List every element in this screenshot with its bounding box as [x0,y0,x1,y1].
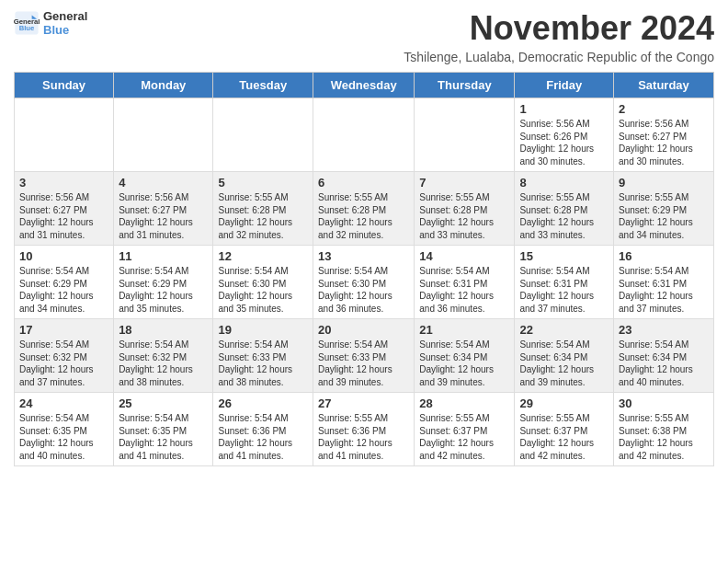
page-container: General Blue General Blue November 2024 … [0,0,728,476]
day-number: 19 [218,323,308,337]
calendar-cell [114,98,213,172]
day-info: Sunrise: 5:54 AM Sunset: 6:34 PM Dayligh… [619,339,709,388]
header-row: General Blue General Blue November 2024 … [14,9,714,64]
day-number: 25 [119,396,208,410]
day-number: 5 [218,176,308,190]
day-info: Sunrise: 5:54 AM Sunset: 6:30 PM Dayligh… [318,265,409,315]
calendar-cell: 7Sunrise: 5:55 AM Sunset: 6:28 PM Daylig… [415,172,515,246]
col-monday: Monday [114,73,213,98]
day-info: Sunrise: 5:54 AM Sunset: 6:35 PM Dayligh… [119,412,208,462]
col-friday: Friday [515,73,614,98]
title-block: November 2024 Tshilenge, Lualaba, Democr… [404,9,714,64]
calendar-week-2: 3Sunrise: 5:56 AM Sunset: 6:27 PM Daylig… [15,172,714,246]
day-number: 14 [419,249,509,263]
calendar-cell: 14Sunrise: 5:54 AM Sunset: 6:31 PM Dayli… [415,246,515,319]
day-number: 3 [19,176,108,190]
col-wednesday: Wednesday [313,73,415,98]
day-number: 16 [619,249,709,263]
day-info: Sunrise: 5:55 AM Sunset: 6:29 PM Dayligh… [619,191,709,241]
calendar-cell: 26Sunrise: 5:54 AM Sunset: 6:36 PM Dayli… [213,393,313,466]
day-number: 26 [218,396,308,410]
day-info: Sunrise: 5:54 AM Sunset: 6:36 PM Dayligh… [218,412,308,462]
calendar-cell: 27Sunrise: 5:55 AM Sunset: 6:36 PM Dayli… [313,393,415,466]
day-info: Sunrise: 5:54 AM Sunset: 6:33 PM Dayligh… [218,339,308,388]
calendar-cell [313,98,415,172]
month-title: November 2024 [404,9,714,48]
logo-icon: General Blue [14,10,40,36]
calendar-cell: 20Sunrise: 5:54 AM Sunset: 6:33 PM Dayli… [313,319,415,393]
calendar-cell: 4Sunrise: 5:56 AM Sunset: 6:27 PM Daylig… [114,172,213,246]
calendar-cell: 19Sunrise: 5:54 AM Sunset: 6:33 PM Dayli… [213,319,313,393]
day-number: 10 [19,249,108,263]
calendar-cell: 15Sunrise: 5:54 AM Sunset: 6:31 PM Dayli… [515,246,614,319]
day-number: 27 [318,396,409,410]
day-info: Sunrise: 5:54 AM Sunset: 6:29 PM Dayligh… [119,265,208,315]
col-tuesday: Tuesday [213,73,313,98]
logo-line1: General [43,9,87,23]
calendar-header: Sunday Monday Tuesday Wednesday Thursday… [15,73,714,98]
day-number: 9 [619,176,709,190]
calendar-cell: 18Sunrise: 5:54 AM Sunset: 6:32 PM Dayli… [114,319,213,393]
svg-text:Blue: Blue [19,24,35,32]
calendar-cell: 22Sunrise: 5:54 AM Sunset: 6:34 PM Dayli… [515,319,614,393]
day-number: 23 [619,323,709,337]
day-info: Sunrise: 5:55 AM Sunset: 6:28 PM Dayligh… [419,191,509,241]
day-info: Sunrise: 5:54 AM Sunset: 6:30 PM Dayligh… [218,265,308,315]
calendar-cell: 24Sunrise: 5:54 AM Sunset: 6:35 PM Dayli… [15,393,114,466]
calendar-cell [15,98,114,172]
col-thursday: Thursday [415,73,515,98]
calendar-table: Sunday Monday Tuesday Wednesday Thursday… [14,72,714,466]
day-number: 22 [519,323,609,337]
day-info: Sunrise: 5:54 AM Sunset: 6:31 PM Dayligh… [519,265,609,315]
calendar-cell [415,98,515,172]
day-number: 30 [619,396,709,410]
day-info: Sunrise: 5:54 AM Sunset: 6:33 PM Dayligh… [318,339,409,388]
day-number: 12 [218,249,308,263]
day-number: 6 [318,176,409,190]
day-number: 4 [119,176,208,190]
day-number: 21 [419,323,509,337]
calendar-cell: 10Sunrise: 5:54 AM Sunset: 6:29 PM Dayli… [15,246,114,319]
calendar-week-3: 10Sunrise: 5:54 AM Sunset: 6:29 PM Dayli… [15,246,714,319]
day-info: Sunrise: 5:55 AM Sunset: 6:36 PM Dayligh… [318,412,409,462]
calendar-cell: 3Sunrise: 5:56 AM Sunset: 6:27 PM Daylig… [15,172,114,246]
day-info: Sunrise: 5:54 AM Sunset: 6:29 PM Dayligh… [19,265,108,315]
calendar-cell: 23Sunrise: 5:54 AM Sunset: 6:34 PM Dayli… [614,319,714,393]
calendar-cell: 12Sunrise: 5:54 AM Sunset: 6:30 PM Dayli… [213,246,313,319]
day-number: 15 [519,249,609,263]
day-number: 11 [119,249,208,263]
day-number: 8 [519,176,609,190]
day-info: Sunrise: 5:56 AM Sunset: 6:27 PM Dayligh… [619,118,709,167]
day-info: Sunrise: 5:54 AM Sunset: 6:31 PM Dayligh… [619,265,709,315]
calendar-cell: 11Sunrise: 5:54 AM Sunset: 6:29 PM Dayli… [114,246,213,319]
day-info: Sunrise: 5:56 AM Sunset: 6:27 PM Dayligh… [119,191,208,241]
calendar-cell: 2Sunrise: 5:56 AM Sunset: 6:27 PM Daylig… [614,98,714,172]
calendar-cell: 21Sunrise: 5:54 AM Sunset: 6:34 PM Dayli… [415,319,515,393]
calendar-cell: 29Sunrise: 5:55 AM Sunset: 6:37 PM Dayli… [515,393,614,466]
calendar-cell: 5Sunrise: 5:55 AM Sunset: 6:28 PM Daylig… [213,172,313,246]
logo-line2: Blue [43,23,87,37]
day-number: 28 [419,396,509,410]
day-info: Sunrise: 5:54 AM Sunset: 6:34 PM Dayligh… [419,339,509,388]
calendar-cell: 16Sunrise: 5:54 AM Sunset: 6:31 PM Dayli… [614,246,714,319]
day-number: 29 [519,396,609,410]
subtitle: Tshilenge, Lualaba, Democratic Republic … [404,50,714,64]
day-info: Sunrise: 5:54 AM Sunset: 6:32 PM Dayligh… [19,339,108,388]
day-number: 20 [318,323,409,337]
col-saturday: Saturday [614,73,714,98]
day-number: 17 [19,323,108,337]
calendar-cell: 28Sunrise: 5:55 AM Sunset: 6:37 PM Dayli… [415,393,515,466]
calendar-cell: 13Sunrise: 5:54 AM Sunset: 6:30 PM Dayli… [313,246,415,319]
day-info: Sunrise: 5:55 AM Sunset: 6:37 PM Dayligh… [419,412,509,462]
day-number: 7 [419,176,509,190]
header-row-days: Sunday Monday Tuesday Wednesday Thursday… [15,73,714,98]
day-info: Sunrise: 5:55 AM Sunset: 6:28 PM Dayligh… [318,191,409,241]
day-info: Sunrise: 5:54 AM Sunset: 6:32 PM Dayligh… [119,339,208,388]
calendar-cell: 6Sunrise: 5:55 AM Sunset: 6:28 PM Daylig… [313,172,415,246]
day-number: 1 [519,102,609,116]
calendar-cell: 9Sunrise: 5:55 AM Sunset: 6:29 PM Daylig… [614,172,714,246]
calendar-cell: 30Sunrise: 5:55 AM Sunset: 6:38 PM Dayli… [614,393,714,466]
day-info: Sunrise: 5:55 AM Sunset: 6:28 PM Dayligh… [218,191,308,241]
day-number: 24 [19,396,108,410]
calendar-cell: 8Sunrise: 5:55 AM Sunset: 6:28 PM Daylig… [515,172,614,246]
